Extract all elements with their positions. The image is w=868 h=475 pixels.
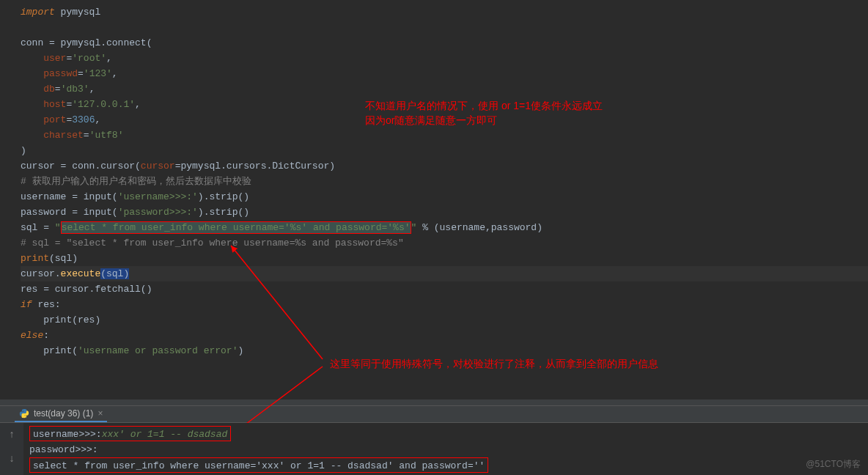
code-line: sql = "select * from user_info where use…	[21, 220, 868, 235]
watermark: @51CTO博客	[806, 458, 861, 471]
code-editor[interactable]: import pymysql conn = pymysql.connect( u…	[0, 0, 868, 399]
code-line: password = input('password>>>:').strip()	[21, 205, 868, 220]
tab-label: test(day 36) (1)	[34, 408, 93, 419]
panel-separator[interactable]	[0, 399, 868, 405]
code-line	[21, 20, 868, 35]
code-line: conn = pymysql.connect(	[21, 35, 868, 51]
console-input-line: username>>>:xxx' or 1=1 -- dsadsad	[29, 426, 231, 441]
code-line: )	[21, 143, 868, 158]
rerun-icon[interactable]: ↑	[9, 427, 15, 443]
code-line: db='db3',	[21, 81, 868, 97]
code-line: # 获取用户输入的用户名和密码，然后去数据库中校验	[21, 174, 868, 189]
run-console[interactable]: ↑ ↓ ⮐ ⇥ username>>>:xxx' or 1=1 -- dsads…	[0, 423, 868, 475]
code-line: # sql = "select * from user_info where u…	[21, 235, 868, 251]
console-line: password>>>:	[29, 442, 862, 457]
code-line: charset='utf8'	[21, 128, 868, 143]
code-line: print(sql)	[21, 251, 868, 266]
code-line: else:	[21, 328, 868, 343]
code-line: if res:	[21, 297, 868, 312]
console-sql-line: select * from user_info where username='…	[29, 457, 488, 473]
sql-injection-highlight: select * from user_info where username='…	[61, 221, 411, 234]
code-line: username = input('username>>>:').strip()	[21, 189, 868, 205]
stop-icon[interactable]: ↓	[9, 452, 15, 467]
code-line: res = cursor.fetchall()	[21, 281, 868, 297]
code-line: print(res)	[21, 312, 868, 328]
annotation-comment-2: 这里等同于使用特殊符号，对校验进行了注释，从而拿到全部的用户信息	[330, 356, 658, 371]
code-line: passwd='123',	[21, 66, 868, 81]
code-line: import pymysql	[21, 4, 868, 20]
run-tab-active[interactable]: test(day 36) (1) ×	[15, 406, 107, 422]
annotation-comment-1: 不知道用户名的情况下，使用 or 1=1使条件永远成立 因为or随意满足随意一方…	[365, 98, 603, 128]
code-line: cursor = conn.cursor(cursor=pymysql.curs…	[21, 158, 868, 174]
code-line: user='root',	[21, 51, 868, 66]
console-gutter: ↑ ↓ ⮐ ⇥	[0, 423, 23, 475]
python-icon	[19, 408, 29, 419]
code-line-current: cursor.execute(sql)	[21, 266, 868, 281]
close-icon[interactable]: ×	[98, 408, 103, 419]
run-tab-bar: test(day 36) (1) ×	[0, 405, 868, 423]
